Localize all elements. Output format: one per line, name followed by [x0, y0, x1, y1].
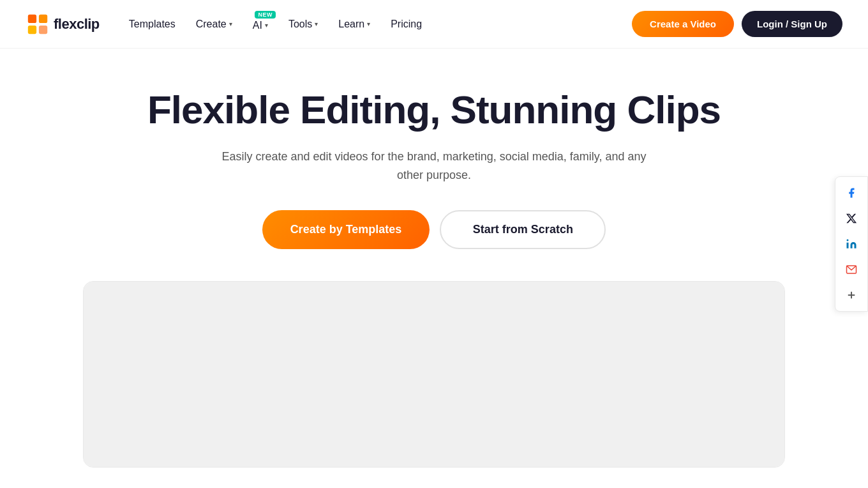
learn-chevron-icon: ▾ [367, 20, 370, 27]
svg-rect-2 [39, 14, 47, 22]
navbar: flexclip Templates Create ▾ AI ▾ NEW Too… [0, 0, 868, 49]
twitter-icon [846, 213, 857, 224]
create-chevron-icon: ▾ [229, 20, 232, 27]
preview-inner [84, 282, 784, 467]
svg-rect-1 [28, 14, 36, 22]
login-button[interactable]: Login / Sign Up [742, 11, 842, 37]
svg-point-5 [847, 240, 849, 241]
nav-links: Templates Create ▾ AI ▾ NEW Tools ▾ Lear… [120, 12, 431, 36]
start-from-scratch-button[interactable]: Start from Scratch [440, 210, 606, 249]
logo-text: flexclip [54, 16, 100, 33]
svg-rect-3 [28, 25, 36, 33]
nav-ai[interactable]: AI ▾ NEW [244, 12, 277, 36]
plus-icon [846, 289, 857, 301]
preview-container [83, 281, 785, 468]
email-icon [846, 264, 857, 275]
logo[interactable]: flexclip [26, 12, 100, 36]
nav-templates[interactable]: Templates [120, 13, 184, 35]
ai-new-badge: NEW [255, 11, 276, 19]
nav-right: Create a Video Login / Sign Up [632, 11, 842, 37]
tools-chevron-icon: ▾ [315, 20, 318, 27]
nav-left: flexclip Templates Create ▾ AI ▾ NEW Too… [26, 12, 431, 36]
hero-section: Flexible Editing, Stunning Clips Easily … [0, 49, 868, 488]
nav-create[interactable]: Create ▾ [187, 13, 241, 35]
facebook-share-button[interactable] [839, 181, 864, 205]
nav-learn[interactable]: Learn ▾ [329, 13, 379, 35]
more-share-button[interactable] [839, 283, 864, 307]
nav-tools[interactable]: Tools ▾ [280, 13, 327, 35]
logo-icon [26, 12, 50, 36]
ai-chevron-icon: ▾ [265, 22, 268, 29]
linkedin-share-button[interactable] [839, 232, 864, 256]
nav-pricing[interactable]: Pricing [382, 13, 431, 35]
hero-title: Flexible Editing, Stunning Clips [147, 87, 721, 132]
twitter-share-button[interactable] [839, 206, 864, 231]
facebook-icon [846, 187, 857, 199]
hero-subtitle: Easily create and edit videos for the br… [211, 148, 657, 185]
create-video-button[interactable]: Create a Video [632, 11, 734, 37]
svg-rect-4 [39, 25, 47, 33]
create-by-templates-button[interactable]: Create by Templates [262, 210, 430, 249]
cta-buttons: Create by Templates Start from Scratch [262, 210, 606, 249]
social-sidebar [835, 176, 868, 312]
linkedin-icon [846, 238, 857, 250]
email-share-button[interactable] [839, 257, 864, 282]
